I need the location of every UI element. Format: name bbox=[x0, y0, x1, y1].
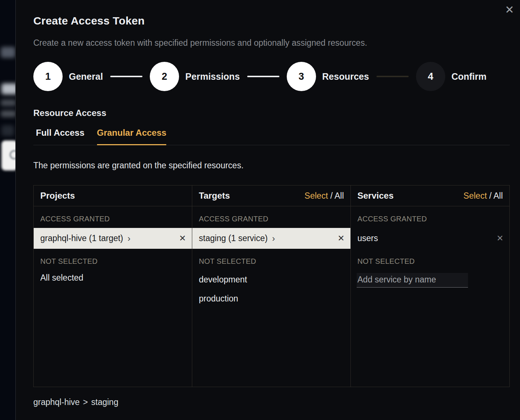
remove-project-icon[interactable]: ✕ bbox=[179, 233, 186, 243]
projects-column: Projects ACCESS GRANTED graphql-hive (1 … bbox=[34, 185, 192, 387]
step-connector bbox=[376, 76, 409, 77]
close-icon[interactable]: ✕ bbox=[505, 4, 514, 15]
step-number-circle: 2 bbox=[150, 62, 179, 91]
step-label: Permissions bbox=[185, 71, 240, 82]
dialog-title: Create Access Token bbox=[33, 15, 510, 27]
resource-access-tabs: Full Access Granular Access bbox=[33, 128, 510, 145]
services-select-divider: / bbox=[487, 191, 494, 200]
target-option-development[interactable]: development bbox=[192, 275, 350, 285]
resource-selection-table: Projects ACCESS GRANTED graphql-hive (1 … bbox=[33, 185, 510, 387]
breadcrumb: graphql-hive > staging bbox=[33, 397, 510, 407]
services-select-all: Select / All bbox=[464, 191, 503, 201]
project-row-graphql-hive[interactable]: graphql-hive (1 target) › ✕ bbox=[34, 228, 192, 249]
step-confirm[interactable]: 4 Confirm bbox=[416, 62, 487, 91]
background-blur-shape bbox=[1, 100, 15, 106]
project-name: graphql-hive (1 target) bbox=[40, 233, 123, 243]
step-label: Confirm bbox=[452, 71, 487, 82]
breadcrumb-separator: > bbox=[83, 397, 88, 407]
services-column-header: Services Select / All bbox=[351, 185, 509, 206]
breadcrumb-project: graphql-hive bbox=[33, 397, 80, 407]
targets-all-link[interactable]: All bbox=[334, 191, 344, 200]
targets-select-all: Select / All bbox=[305, 191, 344, 201]
resource-access-heading: Resource Access bbox=[33, 108, 510, 118]
services-access-granted-label: ACCESS GRANTED bbox=[351, 215, 509, 223]
stepper: 1 General 2 Permissions 3 Resources 4 Co… bbox=[33, 62, 510, 91]
targets-column-title: Targets bbox=[199, 191, 230, 201]
projects-all-selected-note: All selected bbox=[34, 273, 192, 283]
breadcrumb-target: staging bbox=[91, 397, 118, 407]
targets-select-link[interactable]: Select bbox=[305, 191, 328, 200]
screen: ✕ Create Access Token Create a new acces… bbox=[0, 0, 520, 420]
services-column: Services Select / All ACCESS GRANTED use… bbox=[351, 185, 509, 387]
background-blur-shape bbox=[1, 83, 15, 94]
background-blur-shape bbox=[1, 110, 15, 117]
target-option-production[interactable]: production bbox=[192, 294, 350, 304]
step-number-circle: 3 bbox=[287, 62, 316, 91]
targets-select-divider: / bbox=[328, 191, 335, 200]
create-access-token-dialog: ✕ Create Access Token Create a new acces… bbox=[15, 0, 520, 420]
targets-column: Targets Select / All ACCESS GRANTED stag… bbox=[192, 185, 351, 387]
projects-access-granted-label: ACCESS GRANTED bbox=[34, 215, 192, 223]
service-name: users bbox=[357, 233, 378, 243]
projects-column-header: Projects bbox=[34, 185, 192, 206]
targets-column-header: Targets Select / All bbox=[192, 185, 350, 206]
granular-access-description: The permissions are granted on the speci… bbox=[33, 161, 510, 170]
step-label: General bbox=[69, 71, 103, 82]
step-connector bbox=[247, 76, 279, 77]
background-page bbox=[0, 0, 15, 420]
services-select-link[interactable]: Select bbox=[464, 191, 487, 200]
step-resources[interactable]: 3 Resources bbox=[287, 62, 369, 91]
step-number-circle: 1 bbox=[33, 62, 63, 91]
chevron-right-icon: › bbox=[127, 234, 130, 243]
add-service-input[interactable] bbox=[357, 273, 468, 288]
services-column-title: Services bbox=[357, 191, 394, 201]
tab-full-access[interactable]: Full Access bbox=[36, 128, 85, 145]
step-number-circle: 4 bbox=[416, 62, 445, 91]
target-name: staging (1 service) bbox=[199, 233, 268, 243]
step-label: Resources bbox=[322, 71, 369, 82]
projects-column-title: Projects bbox=[40, 191, 75, 201]
chevron-right-icon: › bbox=[272, 234, 275, 243]
projects-not-selected-label: NOT SELECTED bbox=[34, 257, 192, 266]
step-permissions[interactable]: 2 Permissions bbox=[150, 62, 240, 91]
services-all-link[interactable]: All bbox=[493, 191, 503, 200]
services-not-selected-label: NOT SELECTED bbox=[351, 257, 509, 266]
remove-service-icon[interactable]: ✕ bbox=[497, 233, 504, 243]
tab-granular-access[interactable]: Granular Access bbox=[97, 128, 167, 145]
background-blur-shape bbox=[1, 47, 15, 58]
remove-target-icon[interactable]: ✕ bbox=[338, 233, 345, 243]
service-row-users[interactable]: users ✕ bbox=[351, 228, 509, 249]
target-row-staging[interactable]: staging (1 service) › ✕ bbox=[192, 228, 350, 249]
background-blur-shape bbox=[1, 125, 14, 136]
step-general[interactable]: 1 General bbox=[33, 62, 103, 91]
step-connector bbox=[110, 76, 142, 77]
targets-access-granted-label: ACCESS GRANTED bbox=[192, 215, 350, 223]
dialog-subtitle: Create a new access token with specified… bbox=[33, 38, 510, 48]
targets-not-selected-label: NOT SELECTED bbox=[192, 257, 350, 266]
